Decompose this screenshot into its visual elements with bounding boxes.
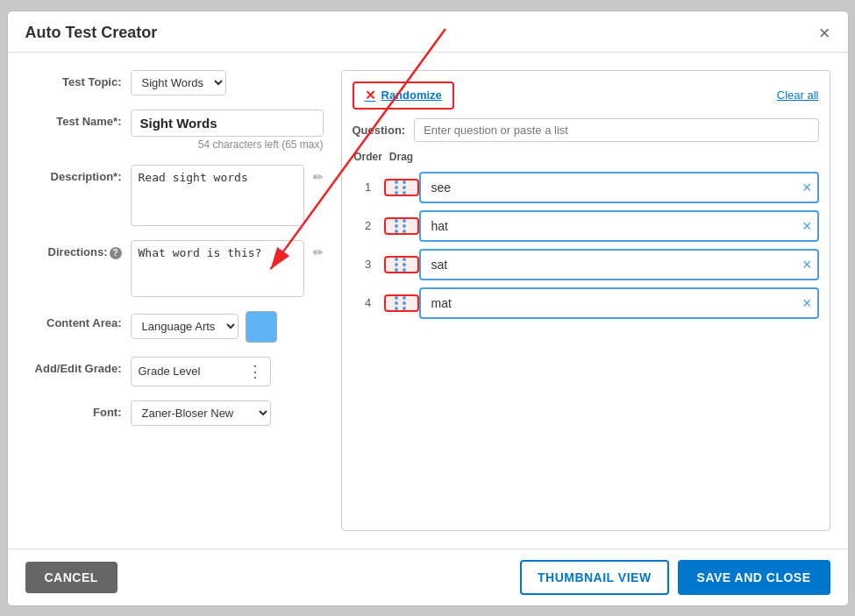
directions-row: Directions:? What word is this? ✏ [25, 240, 324, 297]
item-number-2: 2 [353, 219, 384, 232]
test-topic-select[interactable]: Sight Words [131, 70, 226, 96]
directions-textarea[interactable]: What word is this? [131, 240, 304, 297]
content-area-label: Content Area: [25, 311, 122, 329]
item-number-4: 4 [353, 296, 384, 309]
grade-label: Add/Edit Grade: [25, 357, 122, 375]
question-row: Question: [353, 118, 819, 142]
drag-handle-3[interactable] [384, 256, 419, 273]
item-number-1: 1 [353, 181, 384, 194]
description-edit-icon[interactable]: ✏ [313, 165, 324, 184]
table-row: 1 × [353, 172, 819, 203]
top-actions: ✕ Randomize Clear all [353, 81, 819, 110]
drag-dots-3 [395, 258, 409, 272]
clear-all-button[interactable]: Clear all [777, 89, 819, 102]
randomize-button[interactable]: ✕ Randomize [353, 81, 454, 110]
item-remove-2[interactable]: × [802, 218, 812, 234]
directions-help-icon: ? [110, 247, 122, 259]
item-remove-4[interactable]: × [802, 295, 812, 311]
item-input-4[interactable] [419, 287, 819, 319]
grade-row: Add/Edit Grade: Grade Level ⋮ [25, 357, 324, 386]
grade-select-button[interactable]: Grade Level ⋮ [131, 357, 271, 386]
table-row: 2 × [353, 210, 819, 242]
close-button[interactable]: × [819, 24, 830, 43]
modal: Auto Test Creator × Test Topic: Sight Wo… [7, 11, 849, 606]
left-panel: Test Topic: Sight Words Test Name*: 54 c… [25, 70, 324, 531]
drag-dots-4 [395, 296, 409, 310]
directions-edit-icon[interactable]: ✏ [313, 240, 324, 259]
item-input-3[interactable] [419, 249, 819, 280]
question-label: Question: [353, 124, 406, 137]
color-swatch[interactable] [246, 311, 277, 343]
drag-dots-1 [395, 181, 409, 195]
grade-controls: Grade Level ⋮ [131, 357, 271, 386]
modal-body: Test Topic: Sight Words Test Name*: 54 c… [8, 53, 848, 549]
description-label: Description*: [25, 165, 122, 183]
footer-right: THUMBNAIL VIEW SAVE AND CLOSE [520, 560, 830, 595]
modal-header: Auto Test Creator × [8, 11, 848, 53]
item-input-2[interactable] [419, 210, 819, 242]
test-name-row: Test Name*: 54 characters left (65 max) [25, 110, 324, 151]
font-label: Font: [25, 400, 122, 419]
table-row: 4 × [353, 287, 819, 319]
test-topic-row: Test Topic: Sight Words [25, 70, 324, 96]
description-textarea[interactable]: Read sight words [131, 165, 304, 226]
randomize-icon: ✕ [365, 88, 376, 103]
description-row: Description*: Read sight words ✏ [25, 165, 324, 226]
drag-handle-4[interactable] [384, 294, 419, 312]
order-col-header: Order [353, 151, 384, 163]
grade-menu-icon: ⋮ [247, 362, 263, 381]
font-select[interactable]: Zaner-Bloser New [131, 400, 271, 426]
item-remove-1[interactable]: × [802, 180, 812, 195]
item-input-wrap-2: × [419, 210, 819, 242]
item-input-wrap-4: × [419, 287, 819, 319]
item-input-wrap-3: × [419, 249, 819, 280]
item-input-wrap-1: × [419, 172, 819, 203]
cancel-button[interactable]: CANCEL [25, 562, 118, 593]
test-name-input[interactable] [131, 110, 324, 137]
save-and-close-button[interactable]: SAVE AND CLOSE [678, 560, 830, 595]
drag-handle-1[interactable] [384, 179, 419, 196]
thumbnail-view-button[interactable]: THUMBNAIL VIEW [520, 560, 669, 595]
content-area-select[interactable]: Language Arts [131, 314, 239, 339]
directions-label: Directions:? [25, 240, 122, 259]
font-row: Font: Zaner-Bloser New [25, 400, 324, 426]
modal-title: Auto Test Creator [25, 24, 158, 42]
char-count: 54 characters left (65 max) [131, 138, 324, 151]
question-input[interactable] [414, 118, 818, 142]
test-name-wrapper: 54 characters left (65 max) [131, 110, 324, 151]
right-panel: ✕ Randomize Clear all Question: Order Dr… [341, 70, 830, 531]
drag-col-header: Drag [384, 151, 419, 163]
test-topic-label: Test Topic: [25, 70, 122, 89]
content-area-row: Content Area: Language Arts [25, 311, 324, 343]
items-header: Order Drag [353, 151, 819, 163]
drag-handle-2[interactable] [384, 217, 419, 235]
test-name-label: Test Name*: [25, 110, 122, 128]
modal-footer: CANCEL THUMBNAIL VIEW SAVE AND CLOSE [8, 549, 848, 605]
grade-value: Grade Level [139, 365, 201, 378]
items-list: 1 × 2 [353, 172, 819, 319]
content-area-controls: Language Arts [131, 311, 277, 343]
item-number-3: 3 [353, 258, 384, 271]
table-row: 3 × [353, 249, 819, 280]
randomize-label: Randomize [381, 89, 442, 102]
item-remove-3[interactable]: × [802, 257, 812, 273]
item-input-1[interactable] [419, 172, 819, 203]
drag-dots-2 [395, 219, 409, 233]
